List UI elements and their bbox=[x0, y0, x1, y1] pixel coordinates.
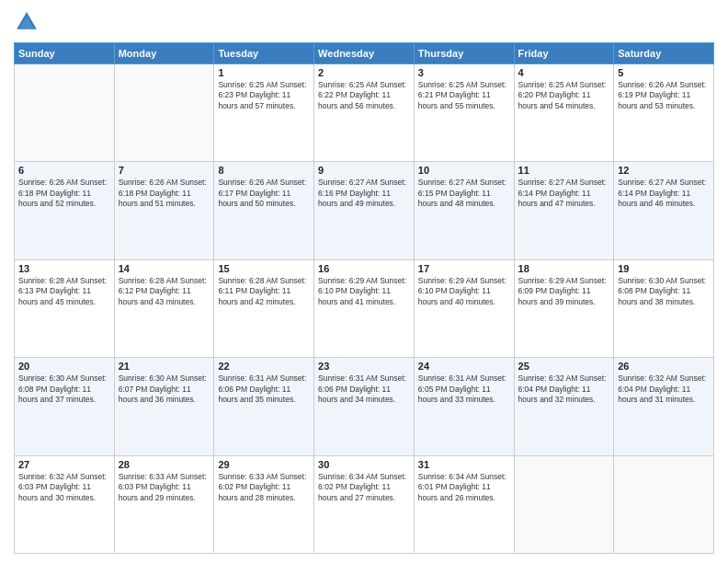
day-info: Sunrise: 6:34 AM Sunset: 6:01 PM Dayligh… bbox=[418, 472, 510, 503]
day-number: 27 bbox=[18, 459, 110, 470]
calendar-cell: 22Sunrise: 6:31 AM Sunset: 6:06 PM Dayli… bbox=[214, 358, 314, 455]
calendar-day-header: Friday bbox=[514, 43, 614, 64]
calendar-cell bbox=[15, 64, 115, 162]
day-info: Sunrise: 6:31 AM Sunset: 6:05 PM Dayligh… bbox=[418, 373, 510, 405]
calendar-cell bbox=[614, 455, 714, 553]
day-number: 25 bbox=[518, 361, 610, 372]
calendar-cell: 21Sunrise: 6:30 AM Sunset: 6:07 PM Dayli… bbox=[114, 358, 214, 455]
calendar-day-header: Wednesday bbox=[314, 43, 415, 64]
day-info: Sunrise: 6:25 AM Sunset: 6:21 PM Dayligh… bbox=[418, 80, 510, 111]
day-info: Sunrise: 6:25 AM Sunset: 6:22 PM Dayligh… bbox=[318, 80, 410, 111]
calendar-cell: 29Sunrise: 6:33 AM Sunset: 6:02 PM Dayli… bbox=[214, 455, 314, 553]
day-number: 15 bbox=[218, 263, 310, 274]
day-number: 22 bbox=[218, 361, 310, 372]
day-number: 13 bbox=[18, 263, 110, 274]
calendar-cell: 8Sunrise: 6:26 AM Sunset: 6:17 PM Daylig… bbox=[214, 162, 314, 259]
day-number: 28 bbox=[119, 459, 210, 470]
calendar-cell: 16Sunrise: 6:29 AM Sunset: 6:10 PM Dayli… bbox=[314, 259, 415, 357]
day-info: Sunrise: 6:32 AM Sunset: 6:04 PM Dayligh… bbox=[618, 373, 710, 405]
calendar-week-row: 6Sunrise: 6:26 AM Sunset: 6:18 PM Daylig… bbox=[15, 162, 714, 259]
day-info: Sunrise: 6:27 AM Sunset: 6:14 PM Dayligh… bbox=[618, 178, 710, 209]
day-info: Sunrise: 6:26 AM Sunset: 6:17 PM Dayligh… bbox=[218, 178, 310, 209]
calendar-body: 1Sunrise: 6:25 AM Sunset: 6:23 PM Daylig… bbox=[15, 64, 714, 554]
day-info: Sunrise: 6:25 AM Sunset: 6:20 PM Dayligh… bbox=[518, 80, 610, 111]
day-number: 12 bbox=[618, 165, 710, 176]
calendar-cell: 13Sunrise: 6:28 AM Sunset: 6:13 PM Dayli… bbox=[15, 259, 115, 357]
calendar-cell: 5Sunrise: 6:26 AM Sunset: 6:19 PM Daylig… bbox=[614, 64, 714, 162]
calendar-cell: 10Sunrise: 6:27 AM Sunset: 6:15 PM Dayli… bbox=[414, 162, 514, 259]
day-number: 9 bbox=[318, 165, 410, 176]
calendar-cell: 31Sunrise: 6:34 AM Sunset: 6:01 PM Dayli… bbox=[414, 455, 514, 553]
calendar-cell: 19Sunrise: 6:30 AM Sunset: 6:08 PM Dayli… bbox=[614, 259, 714, 357]
day-number: 31 bbox=[418, 459, 510, 470]
calendar-cell: 11Sunrise: 6:27 AM Sunset: 6:14 PM Dayli… bbox=[514, 162, 614, 259]
calendar-cell: 24Sunrise: 6:31 AM Sunset: 6:05 PM Dayli… bbox=[414, 358, 514, 455]
day-info: Sunrise: 6:33 AM Sunset: 6:03 PM Dayligh… bbox=[119, 472, 210, 503]
day-number: 16 bbox=[318, 263, 410, 274]
calendar-day-header: Thursday bbox=[414, 43, 514, 64]
day-number: 23 bbox=[318, 361, 410, 372]
day-number: 26 bbox=[618, 361, 710, 372]
day-number: 17 bbox=[418, 263, 510, 274]
day-number: 1 bbox=[218, 67, 310, 78]
calendar-day-header: Saturday bbox=[614, 43, 714, 64]
calendar-cell: 1Sunrise: 6:25 AM Sunset: 6:23 PM Daylig… bbox=[214, 64, 314, 162]
calendar-cell: 27Sunrise: 6:32 AM Sunset: 6:03 PM Dayli… bbox=[15, 455, 115, 553]
day-number: 7 bbox=[119, 165, 210, 176]
day-info: Sunrise: 6:30 AM Sunset: 6:08 PM Dayligh… bbox=[18, 373, 110, 405]
calendar-cell: 7Sunrise: 6:26 AM Sunset: 6:18 PM Daylig… bbox=[114, 162, 214, 259]
calendar-cell: 15Sunrise: 6:28 AM Sunset: 6:11 PM Dayli… bbox=[214, 259, 314, 357]
day-number: 8 bbox=[218, 165, 310, 176]
day-number: 20 bbox=[18, 361, 110, 372]
calendar-cell: 25Sunrise: 6:32 AM Sunset: 6:04 PM Dayli… bbox=[514, 358, 614, 455]
day-info: Sunrise: 6:28 AM Sunset: 6:11 PM Dayligh… bbox=[218, 276, 310, 307]
day-number: 14 bbox=[119, 263, 210, 274]
calendar-cell: 30Sunrise: 6:34 AM Sunset: 6:02 PM Dayli… bbox=[314, 455, 415, 553]
day-info: Sunrise: 6:26 AM Sunset: 6:19 PM Dayligh… bbox=[618, 80, 710, 111]
header bbox=[14, 9, 714, 35]
day-number: 29 bbox=[218, 459, 310, 470]
day-number: 19 bbox=[618, 263, 710, 274]
day-info: Sunrise: 6:27 AM Sunset: 6:16 PM Dayligh… bbox=[318, 178, 410, 209]
calendar-cell: 9Sunrise: 6:27 AM Sunset: 6:16 PM Daylig… bbox=[314, 162, 415, 259]
day-number: 18 bbox=[518, 263, 610, 274]
calendar-cell: 20Sunrise: 6:30 AM Sunset: 6:08 PM Dayli… bbox=[15, 358, 115, 455]
calendar-week-row: 13Sunrise: 6:28 AM Sunset: 6:13 PM Dayli… bbox=[15, 259, 714, 357]
day-number: 11 bbox=[518, 165, 610, 176]
calendar-day-header: Tuesday bbox=[214, 43, 314, 64]
calendar-week-row: 20Sunrise: 6:30 AM Sunset: 6:08 PM Dayli… bbox=[15, 358, 714, 455]
calendar-table: SundayMondayTuesdayWednesdayThursdayFrid… bbox=[14, 42, 714, 554]
day-info: Sunrise: 6:27 AM Sunset: 6:15 PM Dayligh… bbox=[418, 178, 510, 209]
day-number: 2 bbox=[318, 67, 410, 78]
day-info: Sunrise: 6:32 AM Sunset: 6:04 PM Dayligh… bbox=[518, 373, 610, 405]
day-number: 10 bbox=[418, 165, 510, 176]
day-info: Sunrise: 6:30 AM Sunset: 6:07 PM Dayligh… bbox=[119, 373, 210, 405]
calendar-cell: 18Sunrise: 6:29 AM Sunset: 6:09 PM Dayli… bbox=[514, 259, 614, 357]
calendar-cell: 17Sunrise: 6:29 AM Sunset: 6:10 PM Dayli… bbox=[414, 259, 514, 357]
day-number: 30 bbox=[318, 459, 410, 470]
day-number: 3 bbox=[418, 67, 510, 78]
day-info: Sunrise: 6:31 AM Sunset: 6:06 PM Dayligh… bbox=[218, 373, 310, 405]
calendar-cell: 28Sunrise: 6:33 AM Sunset: 6:03 PM Dayli… bbox=[114, 455, 214, 553]
day-info: Sunrise: 6:29 AM Sunset: 6:10 PM Dayligh… bbox=[318, 276, 410, 307]
calendar-cell: 4Sunrise: 6:25 AM Sunset: 6:20 PM Daylig… bbox=[514, 64, 614, 162]
day-number: 21 bbox=[119, 361, 210, 372]
calendar-cell: 2Sunrise: 6:25 AM Sunset: 6:22 PM Daylig… bbox=[314, 64, 415, 162]
day-info: Sunrise: 6:28 AM Sunset: 6:13 PM Dayligh… bbox=[18, 276, 110, 307]
day-info: Sunrise: 6:34 AM Sunset: 6:02 PM Dayligh… bbox=[318, 472, 410, 503]
day-info: Sunrise: 6:28 AM Sunset: 6:12 PM Dayligh… bbox=[119, 276, 210, 307]
calendar-day-header: Sunday bbox=[15, 43, 115, 64]
day-number: 5 bbox=[618, 67, 710, 78]
calendar-cell: 26Sunrise: 6:32 AM Sunset: 6:04 PM Dayli… bbox=[614, 358, 714, 455]
calendar-week-row: 27Sunrise: 6:32 AM Sunset: 6:03 PM Dayli… bbox=[15, 455, 714, 553]
calendar-week-row: 1Sunrise: 6:25 AM Sunset: 6:23 PM Daylig… bbox=[15, 64, 714, 162]
calendar-cell bbox=[114, 64, 214, 162]
day-info: Sunrise: 6:26 AM Sunset: 6:18 PM Dayligh… bbox=[119, 178, 210, 209]
day-number: 6 bbox=[18, 165, 110, 176]
calendar-cell: 23Sunrise: 6:31 AM Sunset: 6:06 PM Dayli… bbox=[314, 358, 415, 455]
day-info: Sunrise: 6:29 AM Sunset: 6:09 PM Dayligh… bbox=[518, 276, 610, 307]
calendar-cell bbox=[514, 455, 614, 553]
day-info: Sunrise: 6:32 AM Sunset: 6:03 PM Dayligh… bbox=[18, 472, 110, 503]
day-info: Sunrise: 6:27 AM Sunset: 6:14 PM Dayligh… bbox=[518, 178, 610, 209]
day-info: Sunrise: 6:31 AM Sunset: 6:06 PM Dayligh… bbox=[318, 373, 410, 405]
